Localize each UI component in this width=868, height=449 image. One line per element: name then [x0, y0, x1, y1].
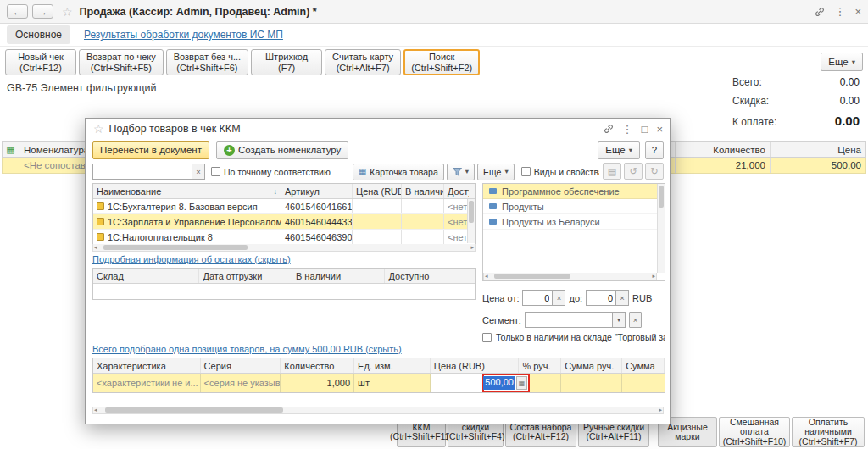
products-horizontal-scrollbar[interactable]: ◂ ▸: [92, 244, 476, 252]
column-manual-sum[interactable]: Сумма руч.: [561, 358, 622, 373]
grid-settings-icon[interactable]: ▦: [3, 142, 19, 157]
filter-funnel-button[interactable]: ▾: [447, 164, 475, 180]
more-menu-icon[interactable]: ⋮: [622, 124, 633, 135]
scroll-left-icon[interactable]: ◂: [485, 273, 488, 280]
scroll-right-icon[interactable]: ▸: [470, 244, 474, 251]
scrollbar-thumb[interactable]: [469, 201, 474, 223]
column-price[interactable]: Цена (RUB): [353, 184, 402, 198]
scrollbar-thumb[interactable]: [659, 186, 664, 208]
clear-segment-icon[interactable]: ×: [629, 312, 642, 328]
favorite-star-icon[interactable]: ☆: [62, 6, 73, 18]
unit-cell: шт: [354, 374, 431, 392]
scrollbar-thumb[interactable]: [105, 407, 283, 413]
exact-match-checkbox[interactable]: [211, 167, 220, 176]
layers-icon[interactable]: ▤: [603, 163, 621, 180]
back-button[interactable]: ←: [7, 4, 28, 19]
price-calculator-button[interactable]: ▦: [516, 376, 527, 390]
mixed-payment-button[interactable]: Смешанная оплата (Ctrl+Shift+F10): [719, 417, 790, 447]
picked-row[interactable]: <характеристики не и... <серия не указыв…: [93, 374, 665, 392]
column-characteristic[interactable]: Характеристика: [93, 358, 201, 373]
product-name-cell: 1С:Зарплата и Управление Персоналом 8. Б…: [93, 214, 281, 229]
scrollbar-thumb[interactable]: [103, 245, 248, 250]
in-stock-checkbox[interactable]: [482, 333, 492, 342]
tree-vertical-scrollbar[interactable]: [657, 184, 665, 273]
cash-payment-button[interactable]: Оплатить наличными (Ctrl+Shift+F7): [792, 417, 865, 447]
product-row-selected[interactable]: 1С:Зарплата и Управление Персоналом 8. Б…: [93, 214, 475, 230]
product-search-input[interactable]: [92, 164, 192, 180]
column-sum[interactable]: Сумма: [622, 358, 665, 373]
column-series[interactable]: Серия: [201, 358, 281, 373]
column-ship-date[interactable]: Дата отгрузки: [199, 269, 292, 283]
scroll-right-icon[interactable]: ▸: [659, 407, 662, 413]
segment-dropdown-icon[interactable]: ▾: [613, 312, 626, 328]
column-article[interactable]: Артикул: [281, 184, 353, 198]
group-item[interactable]: Продукты из Беларуси: [483, 214, 659, 230]
link-icon[interactable]: [604, 124, 614, 134]
column-name[interactable]: Наименование ↓: [93, 184, 281, 198]
tab-ismp-results-link[interactable]: Результаты обработки документов ИС МП: [84, 29, 283, 41]
favorite-star-icon[interactable]: ☆: [93, 123, 104, 135]
undo-icon[interactable]: ↺: [624, 163, 643, 180]
picked-summary-link[interactable]: Всего подобрано одна позиция товаров, на…: [92, 344, 402, 354]
column-warehouse[interactable]: Склад: [93, 269, 199, 283]
button-label: Еще: [483, 167, 501, 177]
price-edit-value[interactable]: 500,00: [483, 376, 515, 389]
column-stock[interactable]: В наличии: [402, 184, 444, 198]
scrollbar-thumb[interactable]: [494, 274, 570, 279]
search-button[interactable]: Поиск (Ctrl+Shift+F2): [403, 49, 480, 75]
stock-details-link[interactable]: Подробная информация об остатках (скрыть…: [92, 254, 291, 264]
link-icon[interactable]: [815, 7, 825, 17]
column-price[interactable]: Цена: [771, 142, 865, 157]
dialog-more-button[interactable]: Еще ▾: [598, 141, 640, 159]
maximize-icon[interactable]: □: [642, 124, 648, 135]
column-available[interactable]: Доступно: [444, 184, 469, 198]
more-menu-icon[interactable]: ⋮: [834, 6, 845, 17]
segment-input[interactable]: [525, 312, 613, 328]
tree-horizontal-scrollbar[interactable]: ◂ ▸: [483, 273, 657, 280]
return-by-receipt-button[interactable]: Возврат по чеку (Ctrl+Shift+F5): [79, 49, 164, 75]
help-button[interactable]: ?: [645, 141, 664, 159]
group-item-selected[interactable]: Программное обеспечение: [483, 184, 659, 199]
more-button[interactable]: Еще ▾: [821, 53, 863, 71]
button-label: Возврат по чеку: [86, 52, 156, 63]
clear-price-to-icon[interactable]: ×: [616, 290, 629, 306]
dialog-horizontal-scrollbar[interactable]: ◂ ▸: [92, 407, 664, 414]
transfer-to-document-button[interactable]: Перенести в документ: [92, 141, 209, 159]
product-row[interactable]: 1С:Бухгалтерия 8. Базовая версия 4601546…: [93, 199, 475, 214]
barcode-button[interactable]: Штрихкод (F7): [251, 49, 322, 75]
clear-search-icon[interactable]: ×: [192, 164, 205, 180]
dialog-titlebar[interactable]: ☆ Подбор товаров в чек ККМ ⋮ □ ×: [86, 119, 670, 139]
scroll-left-icon[interactable]: ◂: [94, 244, 97, 251]
price-to-input[interactable]: [586, 290, 616, 306]
return-without-receipt-button[interactable]: Возврат без ч... (Ctrl+Shift+F6): [166, 49, 248, 75]
price-from-input[interactable]: [522, 290, 553, 306]
create-nomenclature-button[interactable]: + Создать номенклатуру: [216, 141, 348, 159]
product-row[interactable]: 1С:Налогоплательщик 8 4601546046390 <нет…: [93, 230, 475, 245]
product-available: <нет>: [444, 214, 469, 229]
column-available[interactable]: Доступно: [385, 269, 475, 283]
kinds-properties-checkbox[interactable]: [521, 167, 531, 176]
column-stock[interactable]: В наличии: [292, 269, 386, 283]
group-item[interactable]: Продукты: [483, 199, 659, 214]
scroll-right-icon[interactable]: ▸: [652, 273, 655, 280]
dialog-window-controls: ⋮ □ ×: [604, 124, 663, 135]
column-quantity[interactable]: Количество: [281, 358, 354, 373]
product-card-icon: ▦: [359, 168, 366, 176]
column-price[interactable]: Цена (RUB): [431, 358, 520, 373]
product-card-button[interactable]: ▦ Карточка товара: [353, 164, 444, 180]
row-marker: [3, 158, 19, 173]
column-unit[interactable]: Ед. изм.: [354, 358, 431, 373]
new-receipt-button[interactable]: Новый чек (Ctrl+F12): [5, 49, 76, 75]
column-quantity[interactable]: Количество: [676, 142, 771, 157]
products-vertical-scrollbar[interactable]: [467, 199, 475, 243]
clear-price-from-icon[interactable]: ×: [553, 290, 565, 306]
close-icon[interactable]: ×: [656, 124, 663, 135]
forward-button[interactable]: →: [32, 4, 53, 19]
scroll-left-icon[interactable]: ◂: [94, 407, 97, 413]
filter-more-button[interactable]: Еще ▾: [477, 164, 515, 180]
redo-icon[interactable]: ↻: [645, 163, 664, 180]
column-manual-percent[interactable]: % руч.: [519, 358, 561, 373]
tab-main[interactable]: Основное: [7, 25, 70, 44]
close-icon[interactable]: ×: [854, 6, 861, 17]
read-card-button[interactable]: Считать карту (Ctrl+Alt+F7): [325, 49, 401, 75]
